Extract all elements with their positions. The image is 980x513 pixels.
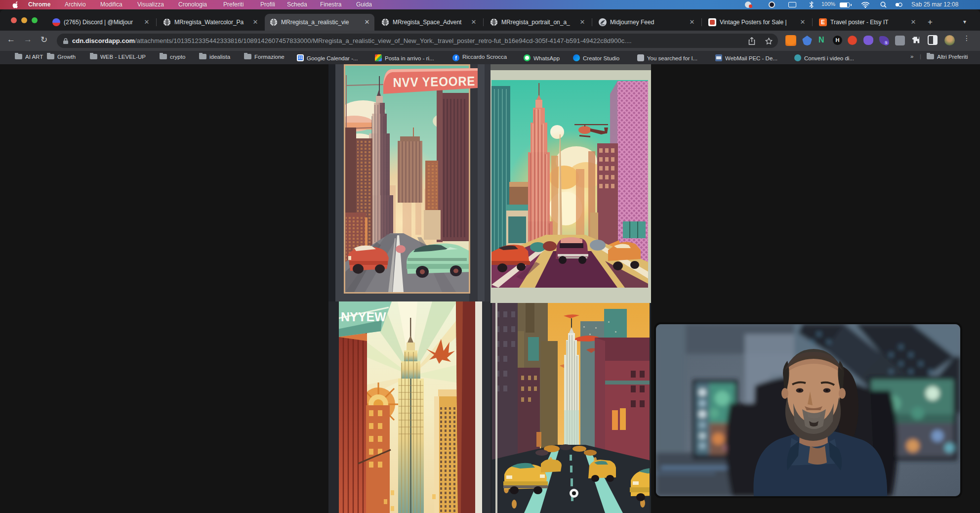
svg-text:NYYEW: NYYEW [341, 310, 386, 324]
svg-text:NVV YEOORE: NVV YEOORE [393, 74, 475, 89]
